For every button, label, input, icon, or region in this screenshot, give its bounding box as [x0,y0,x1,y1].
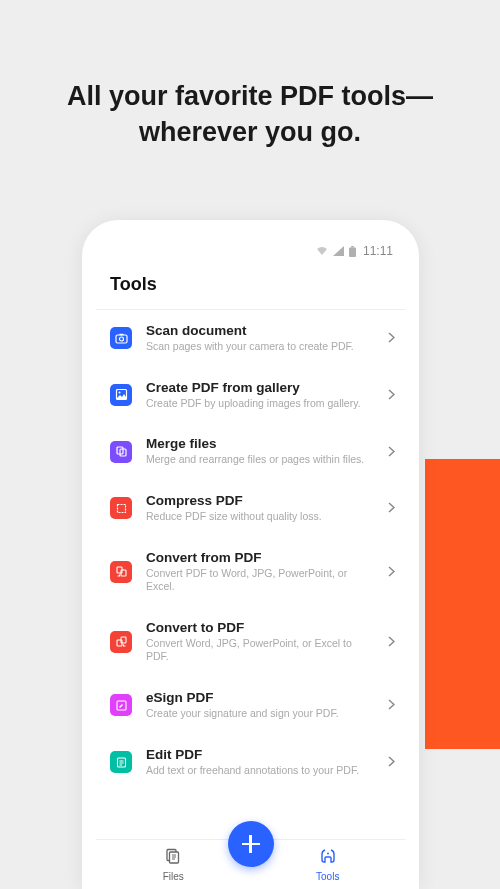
tools-icon [319,847,337,869]
tool-subtitle: Add text or freehand annotations to your… [146,764,374,778]
image-icon [110,384,132,406]
chevron-right-icon [388,696,395,714]
tool-subtitle: Create PDF by uploading images from gall… [146,397,374,411]
tool-edit-pdf[interactable]: Edit PDF Add text or freehand annotation… [96,734,405,791]
svg-rect-0 [351,246,354,248]
svg-rect-4 [119,334,123,336]
tool-title: Edit PDF [146,747,374,762]
svg-rect-2 [116,335,127,343]
esign-icon [110,694,132,716]
tool-compress-pdf[interactable]: Compress PDF Reduce PDF size without qua… [96,480,405,537]
fab-add-button[interactable] [228,821,274,867]
chevron-right-icon [388,633,395,651]
tool-subtitle: Scan pages with your camera to create PD… [146,340,374,354]
tool-title: Convert from PDF [146,550,374,565]
nav-label: Files [163,871,184,882]
files-icon [164,847,182,869]
merge-icon [110,441,132,463]
svg-point-18 [327,853,329,855]
chevron-right-icon [388,753,395,771]
tool-title: Compress PDF [146,493,374,508]
decorative-accent [425,459,500,749]
camera-icon [110,327,132,349]
wifi-icon [316,246,328,256]
chevron-right-icon [388,329,395,347]
svg-rect-9 [117,504,125,512]
tool-scan-document[interactable]: Scan document Scan pages with your camer… [96,310,405,367]
chevron-right-icon [388,563,395,581]
edit-icon [110,751,132,773]
phone-frame: 11:11 Tools Scan document Scan pages wit… [82,220,419,889]
tool-subtitle: Reduce PDF size without quality loss. [146,510,374,524]
tool-title: eSign PDF [146,690,374,705]
convert-from-icon [110,561,132,583]
svg-point-3 [119,337,123,341]
tool-create-from-gallery[interactable]: Create PDF from gallery Create PDF by up… [96,367,405,424]
battery-icon [349,246,356,257]
svg-point-6 [118,392,120,394]
tool-merge-files[interactable]: Merge files Merge and rearrange files or… [96,423,405,480]
nav-tools[interactable]: Tools [251,840,406,889]
tool-subtitle: Convert Word, JPG, PowerPoint, or Excel … [146,637,374,664]
tool-subtitle: Create your signature and sign your PDF. [146,707,374,721]
chevron-right-icon [388,386,395,404]
convert-to-icon [110,631,132,653]
chevron-right-icon [388,499,395,517]
tool-subtitle: Merge and rearrange files or pages withi… [146,453,374,467]
nav-label: Tools [316,871,339,882]
tool-convert-to-pdf[interactable]: Convert to PDF Convert Word, JPG, PowerP… [96,607,405,677]
page-title: Tools [96,264,405,310]
compress-icon [110,497,132,519]
tool-title: Scan document [146,323,374,338]
tool-list: Scan document Scan pages with your camer… [96,310,405,889]
tool-esign-pdf[interactable]: eSign PDF Create your signature and sign… [96,677,405,734]
status-bar: 11:11 [96,234,405,264]
signal-icon [333,246,344,256]
tool-convert-from-pdf[interactable]: Convert from PDF Convert PDF to Word, JP… [96,537,405,607]
tool-title: Merge files [146,436,374,451]
svg-rect-1 [349,247,356,257]
promo-headline: All your favorite PDF tools—wherever you… [0,0,500,151]
chevron-right-icon [388,443,395,461]
tool-title: Convert to PDF [146,620,374,635]
clock-time: 11:11 [363,244,393,258]
tool-subtitle: Convert PDF to Word, JPG, PowerPoint, or… [146,567,374,594]
tool-title: Create PDF from gallery [146,380,374,395]
